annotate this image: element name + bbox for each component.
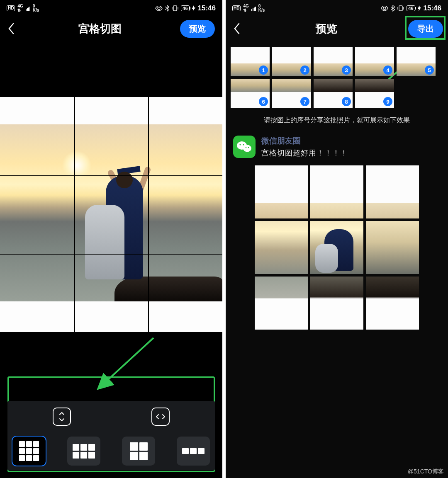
thumb-4[interactable]: 4 bbox=[355, 47, 394, 76]
back-button[interactable] bbox=[233, 22, 246, 35]
eye-icon bbox=[381, 6, 388, 11]
bluetooth-icon bbox=[165, 5, 169, 12]
hd-badge: HD bbox=[232, 5, 241, 11]
thumb-3[interactable]: 3 bbox=[314, 47, 353, 76]
clock-text: 15:46 bbox=[424, 4, 441, 12]
bluetooth-icon bbox=[391, 5, 395, 12]
wechat-icon bbox=[233, 136, 256, 158]
svg-rect-1 bbox=[399, 6, 402, 11]
left-screenshot: HD 4G⇅ 0K/s 46 15:46 宫格切图 预览 bbox=[0, 0, 222, 478]
nine-grid-preview bbox=[255, 165, 419, 330]
wechat-moments-preview: 微信朋友圈 宫格切图超好用！！！！ bbox=[226, 136, 448, 158]
hd-badge: HD bbox=[7, 5, 15, 11]
grid-cell bbox=[255, 165, 308, 218]
signal-icon bbox=[26, 6, 30, 11]
svg-point-5 bbox=[243, 144, 244, 145]
eye-icon bbox=[155, 6, 163, 11]
status-bar: HD 4G⇅ 0K/s 46 15:46 bbox=[0, 0, 222, 14]
photo-preview bbox=[0, 97, 222, 332]
page-title: 预览 bbox=[246, 22, 407, 36]
svg-point-4 bbox=[239, 144, 241, 145]
charging-icon bbox=[418, 5, 421, 11]
post-author: 微信朋友圈 bbox=[261, 136, 348, 146]
grid-3x3-option[interactable] bbox=[12, 437, 46, 466]
thumb-8[interactable]: 8 bbox=[314, 79, 353, 108]
adjust-vertical-button[interactable] bbox=[53, 408, 71, 426]
charging-icon bbox=[192, 5, 195, 11]
svg-point-7 bbox=[248, 147, 249, 148]
battery-icon: 46 bbox=[181, 5, 189, 11]
page-title: 宫格切图 bbox=[20, 22, 180, 36]
post-body: 宫格切图超好用！！！！ bbox=[261, 148, 348, 158]
grid-cell bbox=[255, 221, 308, 274]
thumb-9[interactable]: 9 bbox=[355, 79, 394, 108]
thumb-6[interactable]: 6 bbox=[231, 79, 270, 108]
share-hint-text: 请按图上的序号分享这批照片，就可展示如下效果 bbox=[226, 110, 448, 136]
grid-cell bbox=[366, 165, 419, 218]
status-bar: HD 4G⇅ 0K/s 46 15:46 bbox=[226, 0, 448, 14]
signal-icon bbox=[251, 6, 256, 11]
image-editor[interactable] bbox=[0, 97, 222, 332]
grid-cell bbox=[366, 221, 419, 274]
battery-icon: 46 bbox=[407, 5, 415, 11]
split-thumbnails: 1 2 3 4 5 6 7 8 9 bbox=[226, 43, 448, 110]
vibrate-icon bbox=[397, 5, 404, 11]
thumb-2[interactable]: 2 bbox=[272, 47, 311, 76]
svg-rect-0 bbox=[173, 6, 177, 11]
vibrate-icon bbox=[172, 5, 178, 11]
svg-point-6 bbox=[246, 147, 247, 148]
svg-point-3 bbox=[243, 145, 251, 152]
grid-toolbox bbox=[7, 401, 215, 471]
grid-cell bbox=[310, 277, 363, 330]
grid-3x1-option[interactable] bbox=[177, 437, 210, 466]
clock-text: 15:46 bbox=[198, 4, 216, 12]
thumb-5[interactable]: 5 bbox=[397, 47, 436, 76]
grid-cell bbox=[255, 277, 308, 330]
grid-3x2-option[interactable] bbox=[67, 437, 100, 466]
nav-bar: 宫格切图 预览 bbox=[0, 14, 222, 43]
nav-bar: 预览 导出 bbox=[226, 14, 448, 43]
adjust-horizontal-button[interactable] bbox=[151, 408, 170, 426]
grid-2x2-option[interactable] bbox=[122, 437, 155, 466]
grid-cell bbox=[366, 277, 419, 330]
annotation-arrow-down bbox=[95, 336, 162, 394]
grid-cell bbox=[310, 165, 363, 218]
thumb-7[interactable]: 7 bbox=[272, 79, 311, 108]
preview-button[interactable]: 预览 bbox=[180, 20, 215, 38]
watermark-text: @51CTO博客 bbox=[408, 468, 444, 476]
right-screenshot: HD 4G⇅ 0K/s 46 15:46 预览 导出 bbox=[226, 0, 448, 478]
export-button[interactable]: 导出 bbox=[408, 20, 443, 38]
back-button[interactable] bbox=[7, 22, 20, 35]
thumb-1[interactable]: 1 bbox=[231, 47, 270, 76]
grid-cell bbox=[310, 221, 363, 274]
